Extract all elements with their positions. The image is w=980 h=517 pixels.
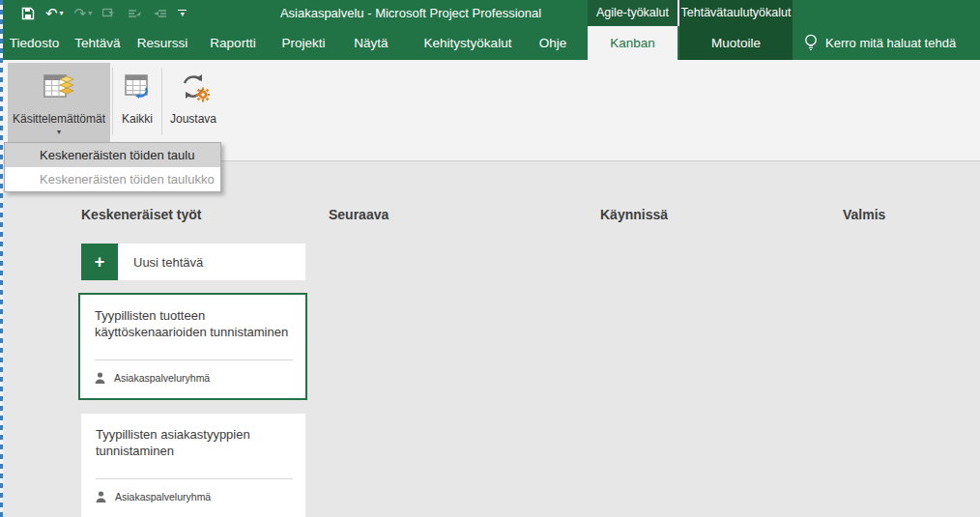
- contextual-group-taskboard: Tehtävätaulutyökalut: [679, 0, 793, 26]
- tab-resurssi[interactable]: Resurssi: [133, 26, 191, 60]
- tab-muotoile[interactable]: Muotoile: [679, 26, 793, 60]
- column-header-next: Seuraava: [329, 207, 389, 222]
- tab-kehitystyokalut[interactable]: Kehitystyökalut: [412, 26, 524, 60]
- task-card[interactable]: Tyypillisten asiakastyyppien tunnistamin…: [81, 414, 305, 517]
- sprint-cycle-icon: [177, 68, 210, 106]
- window-edge: [0, 0, 3, 517]
- tab-raportti[interactable]: Raportti: [205, 26, 261, 60]
- ribbon-separator: [112, 68, 113, 135]
- ribbon-separator: [161, 68, 162, 135]
- new-task-label: Uusi tehtävä: [118, 244, 305, 280]
- task-card-divider: [95, 359, 293, 360]
- tab-tehtava[interactable]: Tehtävä: [70, 26, 126, 60]
- backlog-button-label: Käsittelemättömät: [13, 112, 105, 126]
- backlog-button[interactable]: Käsittelemättömät ▾: [8, 63, 110, 142]
- move-task-right-icon: [128, 8, 142, 19]
- contextual-group-agile: Agile-työkalut: [588, 0, 677, 26]
- menu-item-board[interactable]: Keskeneräisten töiden taulu: [5, 143, 220, 167]
- plus-icon: +: [81, 244, 118, 280]
- backlog-table-icon: [43, 68, 75, 106]
- move-task-left-icon: [153, 8, 167, 19]
- project-window: ↶▾ ↷▾ ▾ Asiakaspalvelu - Microsoft Proje…: [0, 0, 980, 517]
- menu-item-sheet[interactable]: Keskeneräisten töiden taulukko: [5, 167, 220, 191]
- all-tasks-button-label: Kaikki: [122, 112, 153, 126]
- tab-kanban[interactable]: Kanban: [588, 26, 677, 60]
- tell-me-box[interactable]: Kerro mitä haluat tehdä: [804, 26, 956, 60]
- column-header-backlog: Keskeneräiset työt: [81, 207, 202, 222]
- task-card-assignee: Asiakaspalveluryhmä: [96, 491, 211, 503]
- column-header-inprogress: Käynnissä: [600, 207, 668, 222]
- ribbon-tab-row: Tiedosto Tehtävä Resurssi Raportti Proje…: [0, 26, 980, 60]
- assign-resource-icon: [102, 8, 117, 19]
- task-card-divider: [96, 478, 293, 479]
- tab-projekti[interactable]: Projekti: [276, 26, 331, 60]
- person-icon: [96, 491, 106, 503]
- task-card-title: Tyypillisten tuotteen käyttöskenaarioide…: [95, 307, 298, 340]
- titlebar: ↶▾ ↷▾ ▾ Asiakaspalvelu - Microsoft Proje…: [0, 0, 980, 26]
- tab-ohje[interactable]: Ohje: [533, 26, 572, 60]
- assignee-label: Asiakaspalveluryhmä: [114, 372, 210, 384]
- all-tasks-table-icon: [123, 68, 152, 106]
- assignee-label: Asiakaspalveluryhmä: [115, 491, 211, 503]
- sprint-button[interactable]: Joustava: [163, 63, 223, 142]
- column-header-done: Valmis: [843, 207, 885, 222]
- tab-nayta[interactable]: Näytä: [348, 26, 394, 60]
- kanban-board: N TAULU Keskeneräiset työt Seuraava Käyn…: [0, 161, 980, 517]
- person-icon: [95, 372, 105, 384]
- tell-me-label: Kerro mitä haluat tehdä: [825, 36, 956, 50]
- all-tasks-button[interactable]: Kaikki: [114, 63, 160, 142]
- task-card-assignee: Asiakaspalveluryhmä: [95, 372, 210, 384]
- undo-icon[interactable]: ↶▾: [45, 6, 64, 20]
- task-card-title: Tyypillisten asiakastyyppien tunnistamin…: [96, 426, 298, 459]
- sprint-button-label: Joustava: [170, 112, 216, 126]
- backlog-dropdown-caret: ▾: [57, 128, 61, 136]
- window-title: Asiakaspalvelu - Microsoft Project Profe…: [232, 0, 590, 26]
- lightbulb-icon: [804, 34, 818, 52]
- tab-tiedosto[interactable]: Tiedosto: [8, 26, 61, 60]
- save-icon[interactable]: [21, 7, 35, 20]
- new-task-button[interactable]: + Uusi tehtävä: [81, 244, 305, 280]
- backlog-dropdown-menu: Keskeneräisten töiden taulu Keskeneräist…: [4, 142, 221, 192]
- customize-quick-access-icon[interactable]: ▾: [178, 10, 187, 17]
- redo-icon: ↷▾: [74, 6, 93, 20]
- task-card[interactable]: Tyypillisten tuotteen käyttöskenaarioide…: [78, 293, 307, 400]
- quick-access-toolbar: ↶▾ ↷▾ ▾: [21, 0, 187, 26]
